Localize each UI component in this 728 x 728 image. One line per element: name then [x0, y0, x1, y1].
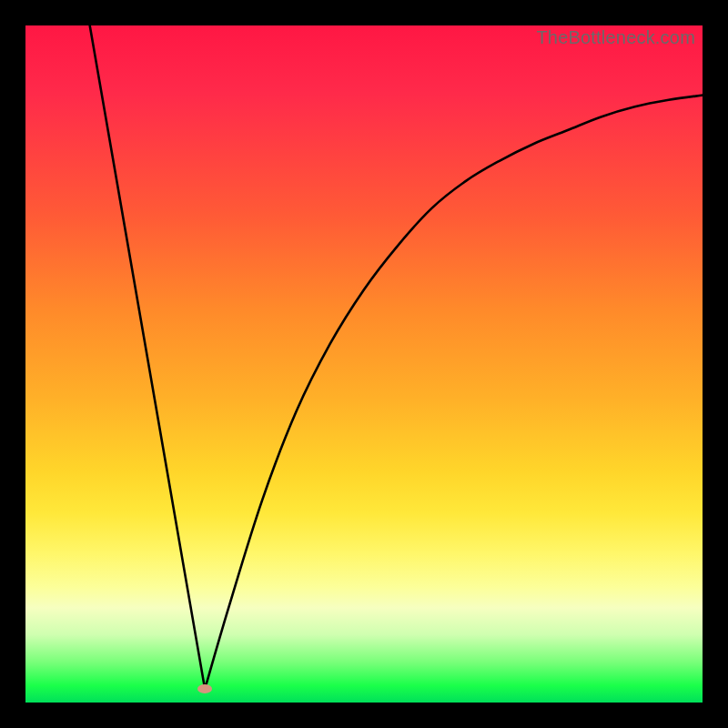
- attribution-label: TheBottleneck.com: [536, 27, 695, 48]
- minimum-marker: [197, 684, 212, 693]
- bottleneck-curve: [25, 25, 703, 703]
- plot-area: TheBottleneck.com: [25, 25, 703, 703]
- chart-frame: TheBottleneck.com: [0, 0, 728, 728]
- curve-path: [90, 25, 703, 689]
